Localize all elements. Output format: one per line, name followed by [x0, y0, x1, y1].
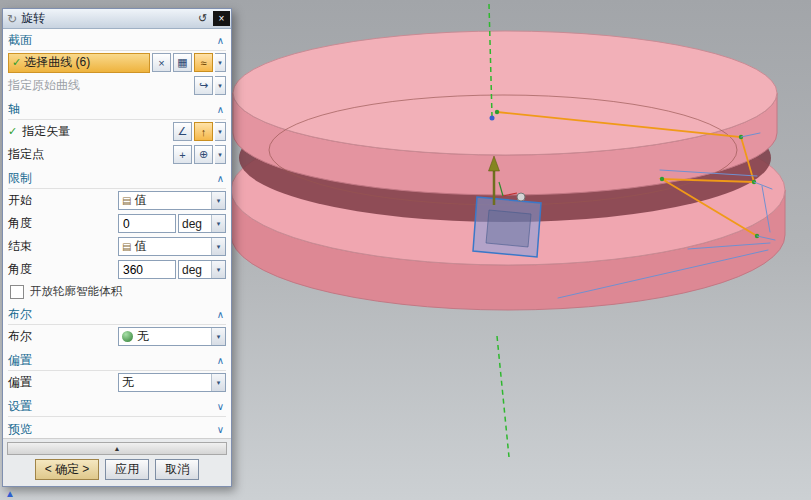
inferred-point-icon[interactable]: ⊕ — [194, 145, 213, 164]
dialog-title: 旋转 — [21, 10, 194, 27]
close-icon[interactable]: × — [213, 11, 230, 26]
settings-header-label: 设置 — [8, 398, 32, 415]
section-header-boolean[interactable]: 布尔 ∧ — [8, 305, 226, 325]
stop-at-intersection-icon[interactable]: ▦ — [173, 53, 192, 72]
boolean-value: 无 — [137, 328, 211, 345]
curve-dropdown-arrow-icon[interactable]: ▾ — [215, 53, 226, 72]
section-header-limits[interactable]: 限制 ∧ — [8, 169, 226, 189]
section-header-offset[interactable]: 偏置 ∧ — [8, 351, 226, 371]
section-header-section[interactable]: 截面 ∧ — [8, 31, 226, 51]
revolve-dialog: ↻ 旋转 ↺ × 截面 ∧ ✓ 选择曲线 (6) × ▦ ≈ ▾ 指定原始曲线 … — [2, 8, 232, 487]
end-limit-dropdown[interactable]: ▤ 值 ▾ — [118, 237, 226, 256]
chevron-down-icon: ∨ — [217, 401, 226, 412]
value-option-icon: ▤ — [122, 195, 131, 206]
offset-dropdown[interactable]: 无 ▾ — [118, 373, 226, 392]
origin-curve-label: 指定原始曲线 — [8, 77, 80, 94]
dialog-titlebar[interactable]: ↻ 旋转 ↺ × — [3, 9, 231, 29]
origin-handle[interactable] — [517, 193, 525, 201]
axis-header-label: 轴 — [8, 101, 20, 118]
chevron-up-icon: ∧ — [217, 35, 226, 46]
collapse-icon: ▲ — [114, 445, 121, 452]
offset-label: 偏置 — [8, 374, 32, 391]
offset-value: 无 — [122, 374, 211, 391]
dropdown-arrow-icon: ▾ — [211, 238, 225, 255]
curve-chain-icon[interactable]: ≈ — [194, 53, 213, 72]
chevron-up-icon: ∧ — [217, 309, 226, 320]
section-header-preview[interactable]: 预览 ∨ — [8, 420, 226, 438]
limits-header-label: 限制 — [8, 170, 32, 187]
origin-curve-dropdown-arrow-icon[interactable]: ▾ — [215, 76, 226, 95]
chevron-down-icon: ∨ — [217, 424, 226, 435]
end-angle-input[interactable] — [118, 260, 176, 279]
corner-fragment-icon: ▲ — [5, 488, 15, 499]
start-angle-input[interactable] — [118, 214, 176, 233]
open-profile-label: 开放轮廓智能体积 — [30, 284, 122, 299]
chevron-up-icon: ∧ — [217, 173, 226, 184]
dropdown-arrow-icon: ▾ — [211, 261, 225, 278]
curve-rule-icon[interactable]: × — [152, 53, 171, 72]
offset-header-label: 偏置 — [8, 352, 32, 369]
vector-dropdown-arrow-icon[interactable]: ▾ — [215, 122, 226, 141]
start-angle-unit-dropdown[interactable]: deg ▾ — [178, 214, 226, 233]
open-profile-checkbox[interactable] — [10, 285, 24, 299]
select-curve-field[interactable]: ✓ 选择曲线 (6) — [8, 53, 150, 73]
start-label: 开始 — [8, 192, 32, 209]
boolean-dropdown[interactable]: 无 ▾ — [118, 327, 226, 346]
boolean-label: 布尔 — [8, 328, 32, 345]
value-option-icon: ▤ — [122, 241, 131, 252]
dropdown-arrow-icon: ▾ — [211, 215, 225, 232]
dialog-footer: ▲ < 确定 > 应用 取消 — [3, 438, 231, 486]
point-dialog-icon[interactable]: + — [173, 145, 192, 164]
reset-icon[interactable]: ↺ — [194, 11, 211, 26]
end-angle-unit-dropdown[interactable]: deg ▾ — [178, 260, 226, 279]
section-header-label: 截面 — [8, 32, 32, 49]
axis-endpoint-dot — [490, 116, 495, 121]
check-icon: ✓ — [12, 56, 21, 69]
end-angle-unit: deg — [182, 263, 211, 277]
sketch-plane-selection[interactable] — [473, 197, 541, 257]
boolean-none-icon — [122, 331, 133, 342]
section-header-axis[interactable]: 轴 ∧ — [8, 100, 226, 120]
end-label: 结束 — [8, 238, 32, 255]
start-limit-dropdown[interactable]: ▤ 值 ▾ — [118, 191, 226, 210]
boolean-header-label: 布尔 — [8, 306, 32, 323]
start-angle-unit: deg — [182, 217, 211, 231]
ok-button[interactable]: < 确定 > — [35, 459, 100, 480]
point-dropdown-arrow-icon[interactable]: ▾ — [215, 145, 226, 164]
dialog-body: 截面 ∧ ✓ 选择曲线 (6) × ▦ ≈ ▾ 指定原始曲线 ↪ ▾ 轴 ∧ ✓ — [3, 29, 231, 438]
cancel-button[interactable]: 取消 — [155, 459, 199, 480]
specify-point-label: 指定点 — [8, 146, 44, 163]
dropdown-arrow-icon: ▾ — [211, 374, 225, 391]
chevron-up-icon: ∧ — [217, 104, 226, 115]
specify-vector-label: 指定矢量 — [22, 123, 70, 140]
check-icon: ✓ — [8, 125, 17, 138]
inferred-vector-icon[interactable]: ↑ — [194, 122, 213, 141]
start-limit-value: 值 — [134, 192, 211, 209]
preview-header-label: 预览 — [8, 421, 32, 438]
end-limit-value: 值 — [134, 238, 211, 255]
apply-button[interactable]: 应用 — [105, 459, 149, 480]
origin-curve-icon[interactable]: ↪ — [194, 76, 213, 95]
section-header-settings[interactable]: 设置 ∨ — [8, 397, 226, 417]
dropdown-arrow-icon: ▾ — [211, 328, 225, 345]
chevron-up-icon: ∧ — [217, 355, 226, 366]
revolve-icon: ↻ — [7, 12, 17, 26]
end-angle-label: 角度 — [8, 261, 32, 278]
collapse-dialog-button[interactable]: ▲ — [7, 442, 227, 455]
start-angle-label: 角度 — [8, 215, 32, 232]
vector-dialog-icon[interactable]: ∠ — [173, 122, 192, 141]
dropdown-arrow-icon: ▾ — [211, 192, 225, 209]
select-curve-label: 选择曲线 (6) — [24, 54, 90, 71]
